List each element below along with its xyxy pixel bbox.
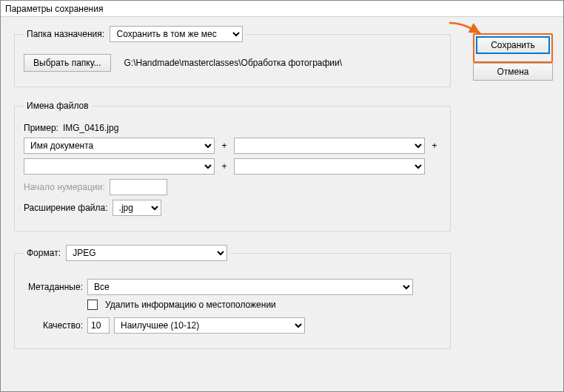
destination-legend: Папка назначения: Сохранить в том же мес… xyxy=(24,26,246,42)
quality-preset-select[interactable]: Наилучшее (10-12) xyxy=(114,317,305,334)
quality-label: Качество: xyxy=(24,320,83,331)
format-group: Формат: JPEG Метаданные: Все Удалить инф… xyxy=(14,245,451,349)
format-legend: Формат: JPEG xyxy=(24,245,230,261)
metadata-select[interactable]: Все xyxy=(87,279,413,295)
save-button-highlight: Сохранить xyxy=(473,33,553,63)
filenames-legend: Имена файлов xyxy=(24,101,92,111)
metadata-label: Метаданные: xyxy=(24,282,83,292)
example-label: Пример: xyxy=(24,123,58,133)
name-field-1-select[interactable]: Имя документа xyxy=(24,138,215,154)
destination-mode-select[interactable]: Сохранить в том же месте xyxy=(110,26,243,42)
extension-select[interactable]: .jpg xyxy=(113,200,161,216)
name-field-4-select[interactable] xyxy=(234,158,425,175)
plus-icon: + xyxy=(219,141,229,151)
plus-icon: + xyxy=(429,141,440,151)
destination-path: G:\Handmade\masterclasses\Обработка фото… xyxy=(124,58,343,68)
start-number-input xyxy=(110,179,167,195)
start-number-label: Начало нумерации: xyxy=(24,182,105,192)
dialog-window: Параметры сохранения Папка назначения: С… xyxy=(0,0,564,392)
remove-location-label: Удалить информацию о местоположении xyxy=(105,300,276,310)
example-value: IMG_0416.jpg xyxy=(63,123,118,133)
name-field-2-select[interactable] xyxy=(234,138,425,154)
cancel-button[interactable]: Отмена xyxy=(473,63,553,81)
format-select[interactable]: JPEG xyxy=(66,245,227,261)
quality-number-input[interactable] xyxy=(87,317,110,334)
save-button[interactable]: Сохранить xyxy=(476,36,550,54)
window-title: Параметры сохранения xyxy=(1,1,563,17)
name-field-3-select[interactable] xyxy=(24,158,215,175)
choose-folder-button[interactable]: Выбрать папку... xyxy=(24,54,111,72)
remove-location-checkbox[interactable] xyxy=(87,300,98,310)
extension-label: Расширение файла: xyxy=(24,203,108,213)
plus-icon: + xyxy=(219,161,229,172)
destination-group: Папка назначения: Сохранить в том же мес… xyxy=(14,26,451,87)
filenames-group: Имена файлов Пример: IMG_0416.jpg Имя до… xyxy=(14,101,451,232)
